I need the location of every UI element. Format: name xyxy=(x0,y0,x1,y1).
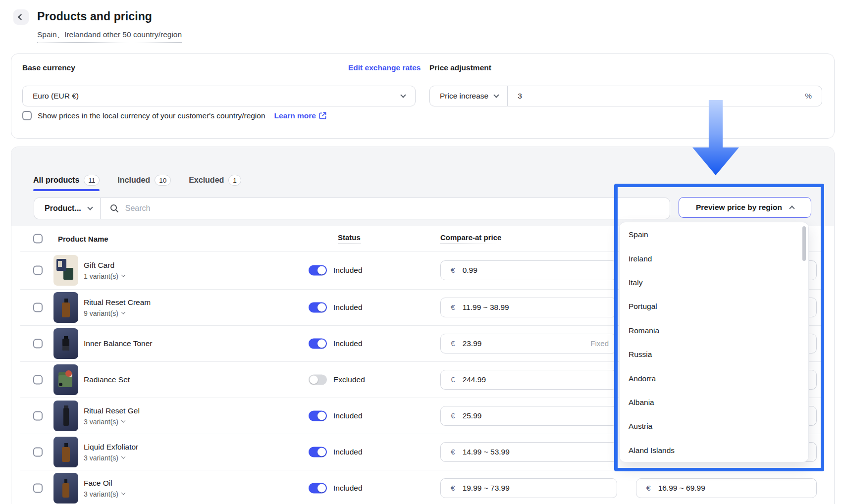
toggle-knob xyxy=(317,266,326,275)
select-all-checkbox[interactable] xyxy=(33,234,43,244)
search-input[interactable] xyxy=(125,204,670,213)
external-link-icon xyxy=(319,112,326,119)
region-option[interactable]: Andorra xyxy=(620,366,808,390)
tab-count-badge: 10 xyxy=(155,175,171,186)
status-label: Included xyxy=(333,303,363,312)
compare-at-price-input[interactable]: € 23.99 Fixed xyxy=(440,334,617,353)
price-value: 19.99 ~ 73.99 xyxy=(463,484,510,493)
status-toggle[interactable] xyxy=(309,374,327,385)
region-option[interactable]: Russia xyxy=(620,343,808,366)
toggle-knob xyxy=(317,303,326,311)
variants-expander[interactable]: 3 variant(s) xyxy=(84,417,140,425)
chevron-down-icon xyxy=(121,418,125,422)
row-checkbox[interactable] xyxy=(33,375,43,384)
product-name: Radiance Set xyxy=(84,375,130,384)
region-option[interactable]: Romania xyxy=(620,319,808,343)
status-label: Excluded xyxy=(333,375,365,384)
variants-expander[interactable]: 1 variant(s) xyxy=(84,272,125,280)
base-currency-label: Base currency xyxy=(22,63,75,72)
learn-more-link[interactable]: Learn more xyxy=(274,111,326,120)
adjustment-unit: % xyxy=(805,92,822,101)
row-checkbox[interactable] xyxy=(33,266,43,275)
price-value: 25.99 xyxy=(463,411,482,420)
base-currency-select[interactable]: Euro (EUR €) xyxy=(22,86,416,106)
status-label: Included xyxy=(333,484,363,493)
region-option[interactable]: Albania xyxy=(620,391,808,414)
status-label: Included xyxy=(333,266,363,275)
toggle-knob xyxy=(317,484,326,492)
price-value: 14.99 ~ 53.99 xyxy=(463,448,510,456)
row-checkbox[interactable] xyxy=(33,302,43,312)
search-field-select[interactable]: Product... xyxy=(34,198,101,219)
compare-at-price-input[interactable]: € 0.99 xyxy=(440,260,617,280)
tab-all-products[interactable]: All products 11 xyxy=(33,175,100,187)
adjustment-type-select[interactable]: Price increase xyxy=(430,86,508,106)
currency-symbol: € xyxy=(451,484,455,493)
variants-expander[interactable]: 9 variant(s) xyxy=(84,309,151,317)
row-checkbox[interactable] xyxy=(33,447,43,456)
row-checkbox[interactable] xyxy=(33,339,43,348)
variants-expander[interactable]: 3 variant(s) xyxy=(84,490,125,498)
tab-count-badge: 11 xyxy=(84,175,100,186)
price-value: 16.99 ~ 69.99 xyxy=(658,484,705,493)
status-toggle[interactable] xyxy=(309,265,327,276)
region-option[interactable]: Portugal xyxy=(620,295,808,318)
currency-symbol: € xyxy=(451,266,455,275)
product-name: Ritual Reset Gel xyxy=(84,406,140,415)
back-button[interactable] xyxy=(13,9,29,25)
chevron-down-icon xyxy=(121,273,125,277)
status-label: Included xyxy=(333,448,363,456)
row-checkbox[interactable] xyxy=(33,483,43,493)
currency-symbol: € xyxy=(451,375,455,384)
tab-count-badge: 1 xyxy=(228,175,241,186)
variants-expander[interactable]: 3 variant(s) xyxy=(84,454,138,461)
toggle-knob xyxy=(310,375,318,384)
region-option[interactable]: Ireland xyxy=(620,247,808,270)
row-checkbox[interactable] xyxy=(33,411,43,420)
preview-price-by-region-button[interactable]: Preview price by region xyxy=(679,197,811,218)
adjustment-value-input[interactable]: 3 xyxy=(508,92,522,101)
region-option[interactable]: Italy xyxy=(620,271,808,295)
chevron-down-icon xyxy=(87,204,93,210)
compare-at-price-input[interactable]: € 19.99 ~ 73.99 xyxy=(440,478,617,498)
tab-included[interactable]: Included 10 xyxy=(117,175,171,187)
status-toggle[interactable] xyxy=(309,338,327,349)
price-value: 244.99 xyxy=(463,375,486,384)
status-toggle[interactable] xyxy=(309,410,327,421)
product-thumbnail xyxy=(53,328,78,359)
status-toggle[interactable] xyxy=(309,447,327,457)
column-compare-at-price[interactable]: Compare-at price xyxy=(440,233,501,244)
local-currency-checkbox[interactable] xyxy=(22,111,32,120)
preview-price-input[interactable]: € 16.99 ~ 69.99 xyxy=(636,478,817,498)
chevron-down-icon xyxy=(121,454,125,458)
product-tabs: All products 11 Included 10 Excluded 1 xyxy=(33,175,241,187)
currency-symbol: € xyxy=(451,303,455,312)
currency-symbol: € xyxy=(646,484,651,493)
table-row: Face Oil 3 variant(s) Included € 19.99 ~… xyxy=(11,470,834,504)
chevron-left-icon xyxy=(18,14,24,20)
products-and-pricing-page: Products and pricing Spain、Irelandand ot… xyxy=(0,0,842,504)
status-label: Included xyxy=(333,339,363,348)
compare-at-price-input[interactable]: € 25.99 xyxy=(440,406,617,426)
base-currency-value: Euro (EUR €) xyxy=(33,92,79,101)
region-option[interactable]: Spain xyxy=(620,223,808,247)
compare-at-price-input[interactable]: € 14.99 ~ 53.99 xyxy=(440,442,617,462)
compare-at-price-input[interactable]: € 11.99 ~ 38.99 xyxy=(440,298,617,317)
currency-symbol: € xyxy=(451,411,455,420)
region-option[interactable]: Austria xyxy=(620,414,808,438)
price-value: 0.99 xyxy=(463,266,477,275)
tab-excluded[interactable]: Excluded 1 xyxy=(189,175,241,187)
column-product-name: Product Name xyxy=(58,235,108,243)
region-dropdown-panel: Spain Ireland Italy Portugal Romania Rus… xyxy=(619,222,809,462)
status-label: Included xyxy=(333,411,363,420)
product-thumbnail xyxy=(53,292,78,323)
status-toggle[interactable] xyxy=(309,302,327,312)
price-adjustment-label: Price adjustment xyxy=(429,63,491,72)
dropdown-scrollbar[interactable] xyxy=(802,226,806,261)
status-toggle[interactable] xyxy=(309,483,327,493)
region-option[interactable]: Aland Islands xyxy=(620,439,808,462)
column-status[interactable]: Status xyxy=(338,233,361,244)
edit-exchange-rates-link[interactable]: Edit exchange rates xyxy=(348,63,421,72)
toggle-knob xyxy=(317,411,326,420)
compare-at-price-input[interactable]: € 244.99 xyxy=(440,370,617,390)
